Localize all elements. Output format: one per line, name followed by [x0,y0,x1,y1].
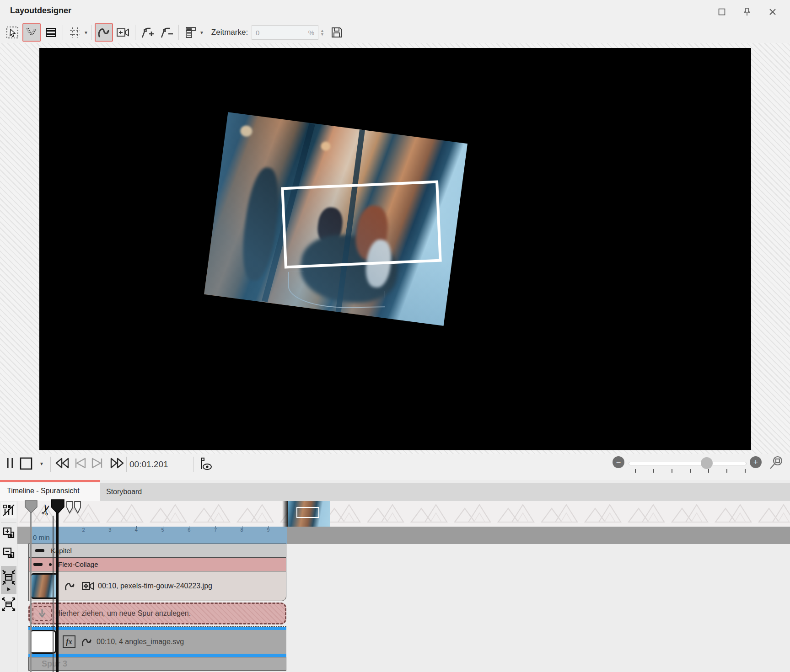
timeline-panel: 123456789 0 min Kapitel Flexi-Collage [0,501,790,672]
dotted-curve-tool-button[interactable] [22,23,41,42]
thumbnail-shadow [282,501,289,527]
track-label: Kapitel [51,547,72,555]
clip-thumbnail[interactable] [30,573,59,599]
window-title: Layoutdesigner [10,6,71,16]
fx-icon: fx [63,635,75,648]
clip-label: 00:10, 4 angles_image.svg [97,638,184,646]
zoom-in-button[interactable]: + [750,456,762,468]
grid-dropdown-caret[interactable]: ▼ [84,30,88,35]
stop-dropdown-caret[interactable]: ▼ [39,461,44,466]
ruler-overflow[interactable] [287,527,790,544]
next-frame-button[interactable] [91,457,104,469]
motion-path-icon [64,580,76,592]
keyframe-eye-icon[interactable] [198,457,214,471]
stage-background [0,43,790,454]
collapse-dash-icon[interactable] [35,549,44,552]
layout-frame-rectangle[interactable] [281,181,441,269]
remove-curve-point-button[interactable] [157,23,176,42]
zeitmarke-stepper[interactable]: ▲▼ [320,29,324,36]
zeitmarke-unit: % [308,29,314,37]
clip-angles-svg-selected[interactable]: fx 00:10, 4 angles_image.svg [28,627,286,657]
remove-track-button[interactable] [1,545,16,561]
bullet-icon [49,563,52,566]
grid-tool-button[interactable] [66,23,84,42]
toolbar-separator [63,25,63,40]
timeline-tabstrip: Timeline - Spuransicht Storyboard [0,480,790,501]
black-playhead-line[interactable] [56,513,59,672]
stop-button[interactable] [19,457,35,470]
track-list: Kapitel Flexi-Collage 00:10, pexels-tim-… [28,544,286,671]
dropzone-label: Hierher ziehen, um neue Spur anzulegen. [55,609,191,618]
text-list-dropdown-caret[interactable]: ▼ [199,30,204,35]
preview-zoom-handle[interactable] [701,457,713,469]
thin-playhead-line[interactable] [53,516,54,672]
drop-arrow-icon [32,606,52,621]
toolbar-separator [178,25,179,40]
transport-bar: ▼ 00:01.201 − + [0,454,790,477]
ruler-zero-label: 0 min [33,533,50,541]
fit-zoom-icon[interactable] [769,455,784,470]
select-tool-button[interactable] [3,23,21,42]
white-split-marker[interactable] [66,501,81,516]
timeline-toolbar [0,501,17,672]
motion-path-tool-button[interactable] [95,23,113,42]
zeitmarke-input-wrap: % [252,25,318,40]
timeline-header-strip[interactable] [17,501,790,527]
zoom-out-button[interactable]: − [613,456,624,468]
camera-pan-icon [81,581,94,591]
zeitmarke-label: Zeitmarke: [211,28,248,37]
motion-path-icon [81,636,93,648]
close-button[interactable] [765,5,780,18]
camera-pan-tool-button[interactable] [114,23,132,42]
ruler-ticks: 123456789 [44,527,281,533]
collapse-dash-icon[interactable] [33,563,43,566]
maximize-button[interactable] [714,5,730,18]
tabstrip-background [100,483,790,501]
track-label: Flexi-Collage [58,560,98,568]
toggle-keyframe-display-button[interactable] [1,502,16,518]
track-label: Spur 3 [42,659,67,669]
clip-pexels-image[interactable]: 00:10, pexels-tim-gouw-240223.jpg [28,571,286,601]
track-flexi-collage[interactable]: Flexi-Collage [28,557,286,571]
layout-canvas[interactable] [39,48,751,450]
layers-tool-button[interactable] [42,23,60,42]
title-bar: Layoutdesigner [0,0,790,22]
expand-tracks-button[interactable] [1,596,16,613]
toolbar-separator [91,25,92,40]
layout-toolbar: ▼ ▼ Zeitmarke: % ▲▼ [3,22,346,43]
previous-frame-button[interactable] [73,457,87,469]
add-curve-point-button[interactable] [138,23,156,42]
tab-timeline-label: Timeline - Spuransicht [7,487,80,495]
timeline-preview-thumbnail[interactable] [288,501,330,527]
timecode-display: 00:01.201 [129,459,168,469]
rewind-button[interactable] [54,457,70,469]
mini-layout-rectangle [296,507,319,518]
tab-storyboard[interactable]: Storyboard [106,488,142,496]
track-kapitel[interactable]: Kapitel [28,544,286,558]
zeitmarke-input[interactable] [252,26,298,39]
save-button[interactable] [328,23,346,42]
fast-forward-button[interactable] [109,457,125,469]
clip-label: 00:10, pexels-tim-gouw-240223.jpg [98,582,212,590]
tab-timeline-spuransicht[interactable]: Timeline - Spuransicht [0,480,100,501]
layoutdesigner-window: Layoutdesigner ▼ [0,0,790,672]
toolbar-separator [135,25,135,40]
new-track-dropzone[interactable]: Hierher ziehen, um neue Spur anzulegen. [28,603,286,624]
track-spur3[interactable]: Spur 3 [28,657,286,671]
pin-button[interactable] [739,5,755,18]
gray-playhead-line[interactable] [30,511,32,672]
gray-playhead-marker[interactable] [24,500,38,516]
insert-track-button[interactable] [1,525,16,541]
preview-zoom-slider[interactable] [629,462,747,465]
collapse-tracks-button[interactable] [1,566,16,594]
selected-clip-wrap: fx 00:10, 4 angles_image.svg [28,626,286,657]
text-list-tool-button[interactable] [182,23,200,42]
pause-button[interactable] [5,457,16,469]
